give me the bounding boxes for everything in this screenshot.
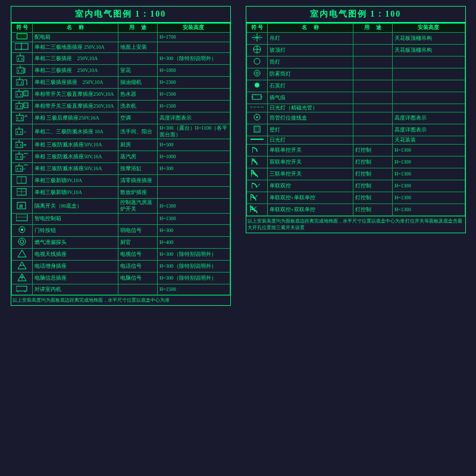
svg-rect-2: [17, 56, 24, 61]
right-title: 室内电气图例 1：100: [246, 7, 465, 23]
use-cell: [353, 80, 392, 92]
use-cell: 电视信号: [118, 248, 157, 260]
use-cell: 灯控制: [353, 180, 392, 192]
symbol-cell: [11, 64, 32, 76]
name-cell: 玻顶灯: [267, 44, 353, 56]
left-table: 符 号 名 称 用 途 安装高度 配电箱 H=1700 单相二三极地面插座 25…: [11, 23, 230, 295]
table-row: ≈ 单相二、三极防溅水插座 10A 洗手间、阳台 H=300（露台）H=1100…: [11, 124, 230, 139]
table-row: 电话增身插座 电话信号 H=300（除特别说明外）: [11, 260, 230, 272]
name-cell: 门铃按钮: [32, 224, 118, 236]
height-cell: H=1500: [157, 284, 230, 295]
svg-point-65: [18, 238, 26, 245]
left-title: 室内电气图例 1：100: [11, 7, 230, 23]
table-row: 三联单控开关 灯控制 H=1300: [246, 168, 465, 180]
height-cell: H=1300: [392, 145, 465, 156]
name-cell: 单相三极新聴0V,10A: [32, 187, 118, 199]
symbol-cell: [246, 112, 267, 124]
use-cell: [353, 104, 392, 112]
svg-rect-73: [16, 286, 27, 291]
use-cell: [118, 214, 157, 224]
name-cell: 单相带开关三极直摩插座250V,10A: [32, 88, 118, 100]
name-cell: 插气痕: [267, 92, 353, 104]
name-cell: 双联单控开关: [267, 156, 353, 168]
name-cell: 单相二三极插座 250V,10A: [32, 64, 118, 76]
name-cell: 筒管灯位接线盒: [267, 112, 353, 124]
name-cell: 电视天线插座: [32, 248, 118, 260]
symbol-cell: [11, 76, 32, 88]
left-footer: 以上安装高度均为面板底边距离完成地饰面，水平尺寸位置以底盒中心为准: [11, 295, 230, 306]
use-cell: 热水器: [118, 88, 157, 100]
symbol-cell: [246, 136, 267, 145]
use-cell: [353, 68, 392, 80]
table-row: 配电箱 H=1700: [11, 32, 230, 42]
right-footer: 以上安装高度均为面板底边距离完成地饰面，水平尺寸位置以底盒中心为准 灯位开关等面…: [246, 216, 465, 233]
name-cell: 单相 三板防溅水插座50V,16A: [32, 163, 118, 175]
table-row: 门铃按钮 弱电信号 H=300: [11, 224, 230, 236]
height-cell: H=300: [157, 224, 230, 236]
svg-rect-23: [15, 104, 23, 109]
height-cell: H=500: [157, 139, 230, 151]
symbol-cell: [246, 180, 267, 192]
name-cell: 单相二三极插座 250V,10A: [32, 52, 118, 64]
symbol-cell: [246, 104, 267, 112]
height-cell: [392, 104, 465, 112]
table-row: 单相二三极地面插座 250V,10A 地面上安装: [11, 42, 230, 52]
left-panel: 室内电气图例 1：100 符 号 名 称 用 途 安装高度 配电箱 H=1700…: [11, 6, 231, 306]
table-row: 单联单控开关 灯控制 H=1300: [246, 145, 465, 156]
symbol-cell: [11, 224, 32, 236]
use-cell: 洗衣机: [118, 100, 157, 112]
svg-rect-6: [17, 68, 24, 73]
svg-point-84: [254, 70, 260, 76]
name-cell: 单联双控+双联单控: [267, 204, 353, 216]
svg-rect-21: [24, 91, 28, 96]
name-cell: 石英灯: [267, 80, 353, 92]
use-cell: 灯控制: [353, 168, 392, 180]
use-cell: 厨官: [118, 236, 157, 248]
use-cell: [118, 52, 157, 64]
symbol-cell: [246, 44, 267, 56]
symbol-cell: [11, 236, 32, 248]
svg-text:≈: ≈: [23, 155, 26, 159]
use-cell: 蒸汽房: [118, 151, 157, 163]
table-row: ⊠ 隔离开关（86底盒） 控制蒸汽房蒸炉开关 H=1300: [11, 199, 230, 214]
use-cell: [118, 32, 157, 42]
use-cell: 按摩浴缸: [118, 163, 157, 175]
right-header-3: 安装高度: [392, 24, 465, 33]
name-cell: 电脑信息插座: [32, 272, 118, 284]
symbol-cell: [11, 100, 32, 112]
symbol-cell: [246, 145, 267, 156]
name-cell: 单联单控开关: [267, 145, 353, 156]
table-row: 壁灯 高度详图表示: [246, 124, 465, 136]
table-row: 燃气泄漏探头 厨官 H=400: [11, 236, 230, 248]
height-cell: [157, 42, 230, 52]
table-row: ≈ 单相 三板防溅水插座50V,16A 按摩浴缸 H=300: [11, 163, 230, 175]
name-cell: 智电控制箱: [32, 214, 118, 224]
table-row: 日光灯（精磁光管）: [246, 104, 465, 112]
symbol-cell: [246, 204, 267, 216]
use-cell: [353, 136, 392, 145]
height-cell: [157, 175, 230, 187]
height-cell: H=1800: [157, 64, 230, 76]
table-row: 电视天线插座 电视信号 H=300（除特别说明外）: [11, 248, 230, 260]
height-cell: H=1300: [392, 168, 465, 180]
use-cell: 弱电信号: [118, 224, 157, 236]
height-cell: H=400: [157, 236, 230, 248]
table-row: 日光灯 天花装装: [246, 136, 465, 145]
use-cell: 地面上安装: [118, 42, 157, 52]
table-row: 单相三极新聴0V,10A 清零插座插座: [11, 175, 230, 187]
table-row: 单相三极插座插座 250V,10A 抽油烟机 H=2300: [11, 76, 230, 88]
table-row: 单相带开关三极直摩插座250V,10A 热水器 H=1500: [11, 88, 230, 100]
height-cell: H=1300: [157, 214, 230, 224]
name-cell: 隔离开关（86底盒）: [32, 199, 118, 214]
height-cell: H=1300: [392, 156, 465, 168]
name-cell: 吊灯: [267, 32, 353, 44]
height-cell: 天花装装: [392, 136, 465, 145]
use-cell: [353, 44, 392, 56]
height-cell: 天花板顶棚吊构: [392, 44, 465, 56]
height-cell: H=1300: [392, 192, 465, 204]
name-cell: 防雾筒灯: [267, 68, 353, 80]
height-cell: 高度详图表示: [392, 112, 465, 124]
svg-point-64: [21, 228, 23, 231]
svg-text:⊠: ⊠: [19, 203, 23, 209]
name-cell: 单相三极插座插座 250V,10A: [32, 76, 118, 88]
